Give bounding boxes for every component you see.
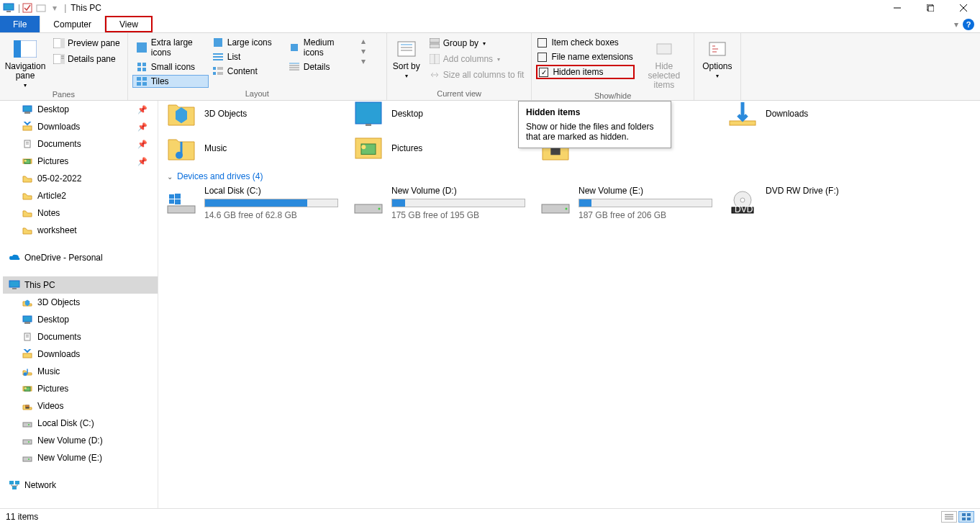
content-pane[interactable]: 3D ObjectsDesktopDownloads MusicPictures…: [158, 101, 980, 508]
view-details-button[interactable]: [941, 511, 957, 523]
details-pane-button[interactable]: Details pane: [50, 52, 123, 66]
nav-quick-item[interactable]: 05-02-2022: [3, 170, 158, 187]
tab-view[interactable]: View: [105, 16, 153, 32]
maximize-button[interactable]: [914, 0, 947, 16]
nav-pc-item[interactable]: Downloads: [3, 345, 158, 363]
nav-pc-item[interactable]: Documents: [3, 328, 158, 345]
qat-properties-icon[interactable]: [22, 2, 33, 14]
drive-tile[interactable]: New Volume (E:)187 GB free of 206 GB: [540, 186, 712, 220]
svg-rect-53: [24, 112, 30, 114]
ribbon-tabs: File Computer View ▾ ?: [0, 16, 980, 33]
svg-rect-96: [169, 199, 174, 204]
nav-quick-item[interactable]: Desktop📌: [3, 101, 158, 118]
list-icon: [213, 52, 223, 62]
nav-quick-item[interactable]: worksheet: [3, 222, 158, 239]
layout-medium[interactable]: Medium icons: [285, 36, 361, 59]
navigation-pane[interactable]: Desktop📌Downloads📌Documents📌Pictures📌05-…: [0, 101, 158, 508]
tab-file[interactable]: File: [0, 16, 40, 32]
hide-selected-button[interactable]: Hide selected items: [639, 35, 689, 90]
help-icon[interactable]: ?: [963, 19, 974, 30]
nav-quick-item[interactable]: Downloads📌: [3, 118, 158, 135]
svg-rect-100: [542, 204, 569, 213]
layout-large[interactable]: Large icons: [209, 36, 285, 49]
sortby-button[interactable]: Sort by ▾: [391, 35, 422, 79]
svg-rect-109: [962, 513, 966, 516]
layout-scroll-down-icon[interactable]: ▾: [361, 46, 366, 56]
devices-header[interactable]: ⌄Devices and drives (4): [167, 171, 973, 181]
desktop-icon: [22, 314, 33, 325]
drive-icon: [22, 435, 33, 446]
drive-label: Local Disk (C:): [204, 186, 338, 196]
preview-pane-button[interactable]: Preview pane: [50, 36, 123, 50]
view-tiles-button[interactable]: [958, 511, 974, 523]
network-icon: [9, 479, 20, 491]
separator-icon: |: [64, 3, 66, 13]
nav-pc-item[interactable]: New Volume (D:): [3, 432, 158, 449]
folder-tile[interactable]: Music: [165, 131, 338, 166]
nav-quick-item[interactable]: Notes: [3, 204, 158, 222]
tab-computer[interactable]: Computer: [40, 16, 105, 32]
layout-details[interactable]: Details: [285, 60, 361, 73]
close-button[interactable]: [947, 0, 980, 16]
svg-rect-77: [23, 440, 32, 444]
nav-pc-item[interactable]: Videos: [3, 397, 158, 415]
svg-rect-84: [355, 102, 381, 124]
qat-dropdown-icon[interactable]: ▾: [49, 2, 60, 14]
drive-usage-bar: [391, 199, 525, 207]
tiles-icon: [137, 76, 147, 86]
nav-pc-item[interactable]: 3D Objects: [3, 294, 158, 311]
nav-pc-item[interactable]: Music: [3, 363, 158, 380]
nav-pc-item[interactable]: Local Disk (C:): [3, 415, 158, 432]
drive-tile[interactable]: DVDDVD RW Drive (F:): [727, 186, 899, 220]
options-button[interactable]: Options ▾: [699, 35, 736, 79]
nav-this-pc[interactable]: This PC: [3, 276, 158, 294]
drive-freespace: 175 GB free of 195 GB: [391, 210, 525, 220]
nav-network[interactable]: Network: [3, 476, 158, 494]
svg-rect-63: [23, 316, 32, 322]
hidden-items-toggle[interactable]: ✓Hidden items: [536, 65, 634, 79]
nav-onedrive[interactable]: OneDrive - Personal: [3, 249, 158, 266]
desktop-icon: [22, 104, 33, 115]
svg-rect-97: [175, 199, 181, 204]
preview-pane-icon: [53, 37, 65, 49]
layout-expand-icon[interactable]: ▾: [361, 56, 366, 66]
nav-quick-item[interactable]: Article2: [3, 187, 158, 204]
folder-tile[interactable]: Pictures: [353, 131, 525, 166]
layout-content[interactable]: Content: [209, 65, 285, 78]
3d-icon: [22, 297, 33, 308]
window-title: This PC: [71, 3, 101, 13]
title-bar: | ▾ | This PC: [0, 0, 980, 16]
svg-rect-41: [398, 42, 415, 56]
folder-tile[interactable]: Downloads: [727, 101, 899, 131]
layout-list[interactable]: List: [209, 50, 285, 63]
folder-icon: [22, 207, 33, 219]
layout-scroll-up-icon[interactable]: ▴: [361, 36, 366, 46]
sizecolumns-button[interactable]: Size all columns to fit: [426, 68, 527, 82]
navigation-pane-button[interactable]: Navigation pane ▾: [4, 35, 46, 89]
folder-tile[interactable]: Desktop: [353, 101, 525, 131]
svg-rect-93: [168, 206, 195, 213]
nav-quick-item[interactable]: Documents📌: [3, 135, 158, 153]
nav-quick-item[interactable]: Pictures📌: [3, 153, 158, 170]
nav-pc-item[interactable]: New Volume (E:): [3, 449, 158, 466]
svg-rect-10: [14, 40, 21, 58]
layout-small[interactable]: Small icons: [132, 60, 209, 73]
file-extensions-toggle[interactable]: File name extensions: [536, 50, 634, 63]
minimize-button[interactable]: [881, 0, 914, 16]
minimize-ribbon-icon[interactable]: ▾: [954, 19, 958, 30]
item-checkboxes-toggle[interactable]: Item check boxes: [536, 36, 634, 49]
download-icon: [22, 348, 33, 360]
picture-icon: [22, 383, 33, 394]
addcolumns-button[interactable]: Add columns▾: [426, 52, 527, 66]
groupby-button[interactable]: Group by▾: [426, 36, 527, 50]
layout-tiles[interactable]: Tiles: [132, 75, 209, 88]
layout-xlarge[interactable]: Extra large icons: [132, 36, 209, 59]
folder-tile[interactable]: 3D Objects: [165, 101, 338, 131]
nav-pc-item[interactable]: Desktop: [3, 311, 158, 328]
qat-newfolder-icon[interactable]: [35, 2, 47, 14]
drive-tile[interactable]: Local Disk (C:)14.6 GB free of 62.8 GB: [165, 186, 338, 220]
chevron-down-icon: ▾: [405, 73, 408, 79]
folder-tile[interactable]: [727, 131, 899, 166]
nav-pc-item[interactable]: Pictures: [3, 380, 158, 397]
drive-tile[interactable]: New Volume (D:)175 GB free of 195 GB: [353, 186, 525, 220]
